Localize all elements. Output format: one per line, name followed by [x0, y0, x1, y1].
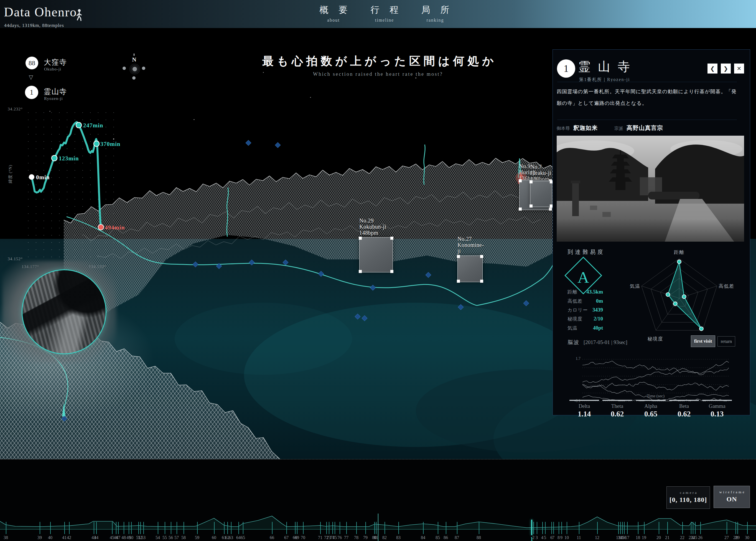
timeline-tick-72: [326, 522, 327, 534]
next-temple-button[interactable]: ❯: [721, 64, 731, 74]
timeline-tick-28: [735, 522, 736, 534]
timeline-tick-label-26: 26: [698, 535, 702, 540]
compass-north-label: N: [130, 56, 138, 63]
track-label-123min: 123min: [59, 155, 79, 162]
eeg-y-max: 1.7: [569, 356, 581, 361]
temple-panorama-photo[interactable]: [557, 136, 744, 242]
timeline-tick-label-59: 59: [195, 535, 199, 540]
timeline-tick-58: [183, 522, 184, 534]
track-point-370min: [94, 141, 99, 147]
temple-88-name: 大窪寺: [44, 57, 67, 67]
bottom-bar: camera [0, 110, 180] wireframe ON 383940…: [0, 459, 756, 541]
app-title: Data Ohenro: [4, 4, 77, 19]
track-point-494min: [98, 225, 104, 230]
photo-thumb-no27[interactable]: [457, 256, 483, 282]
timeline-tick-label-76: 76: [337, 535, 342, 540]
timeline-tick-75: [335, 522, 335, 534]
temple-1-badge: 1: [25, 86, 38, 99]
timeline-tick-73: [329, 522, 329, 534]
track-point-0min: [29, 174, 34, 180]
timeline-tick-label-69: 69: [295, 535, 299, 540]
timeline-tick-20: [659, 522, 659, 534]
timeline-tick-label-41: 41: [62, 535, 67, 540]
timeline-tick-21: [667, 522, 668, 534]
nav-timeline[interactable]: 行 程 timeline: [360, 4, 409, 23]
compass-widget[interactable]: N: [120, 52, 150, 81]
timeline-tick-86: [446, 522, 446, 534]
route-arrow-icon: ▽: [29, 74, 33, 81]
map-label-no7: No.7Jūraku-ji130bpm: [530, 164, 551, 182]
close-panel-button[interactable]: ✕: [734, 64, 744, 74]
minimap[interactable]: [5, 264, 114, 360]
stat-row-0: 距離43.5km: [568, 289, 603, 295]
timeline-tick-12: [597, 522, 598, 534]
timeline-tick-76: [340, 522, 340, 534]
timeline-tick-2: [533, 522, 534, 534]
timeline-tick-label-27: 27: [724, 535, 729, 540]
wireframe-toggle-button[interactable]: wireframe ON: [714, 486, 750, 508]
compass-west-dot: [123, 67, 126, 70]
photo-thumb-no7[interactable]: [530, 181, 552, 207]
prev-temple-button[interactable]: ❮: [707, 64, 717, 74]
timeline-tick-4: [542, 522, 543, 534]
nav-about[interactable]: 概 要 about: [309, 4, 359, 23]
timeline-tick-label-39: 39: [37, 535, 42, 540]
return-button[interactable]: return: [717, 336, 735, 346]
eeg-x-label: Time (sec): [583, 394, 729, 398]
timeline-tick-65: [243, 522, 243, 534]
eeg-session: [2017-05-01 | 93sec]: [584, 339, 628, 345]
timeline-tick-label-47: 47: [116, 535, 120, 540]
sect-value: 高野山真言宗: [627, 124, 663, 132]
timeline-scrubber[interactable]: 3839404142434445464748495051525354555657…: [0, 514, 756, 541]
minimap-satellite-circle: [22, 270, 107, 354]
camera-button[interactable]: camera [0, 110, 180]: [666, 486, 710, 509]
timeline-tick-6: [551, 522, 552, 534]
timeline-tick-25: [695, 522, 695, 534]
photo-thumb-no29[interactable]: [359, 237, 393, 272]
timeline-tick-78: [356, 522, 357, 534]
timeline-tick-85: [438, 522, 438, 534]
timeline-tick-label-86: 86: [443, 535, 448, 540]
timeline-tick-56: [171, 522, 171, 534]
timeline-tick-label-20: 20: [656, 535, 661, 540]
timeline-tick-label-55: 55: [162, 535, 167, 540]
timeline-tick-15: [622, 522, 623, 534]
timeline-tick-79: [366, 522, 366, 534]
timeline-tick-label-63: 63: [229, 535, 233, 540]
timeline-tick-26: [700, 522, 701, 534]
stat-row-2: カロリー3439: [568, 307, 603, 313]
timeline-tick-27: [727, 522, 727, 534]
timeline-tick-label-60: 60: [212, 535, 216, 540]
timeline-tick-63: [231, 522, 231, 534]
timeline-tick-label-85: 85: [435, 535, 440, 540]
stat-row-3: 秘境度2/10: [568, 316, 603, 322]
temple-name: 霊 山 寺: [578, 59, 632, 75]
compass-south-dot: [132, 76, 135, 80]
first-visit-button[interactable]: first visit: [691, 335, 715, 347]
timeline-tick-22: [682, 522, 683, 534]
eeg-band-delta: Delta1.14: [570, 400, 599, 418]
svg-text:高低差: 高低差: [719, 283, 734, 289]
timeline-tick-83: [398, 522, 399, 534]
timeline-tick-30: [747, 522, 748, 534]
walker-icon: [76, 9, 83, 21]
timeline-tick-label-66: 66: [270, 535, 274, 540]
app-root: Data Ohenro 44days, 1319km, 88temples 概 …: [0, 0, 756, 541]
eeg-band-theta: Theta0.62: [603, 400, 632, 418]
timeline-tick-label-48: 48: [122, 535, 126, 540]
stats-radar-chart: 距離高低差カロリー秘境度気温: [621, 246, 737, 351]
timeline-tick-label-12: 12: [595, 535, 599, 540]
eeg-band-alpha: Alpha0.65: [636, 400, 666, 418]
track-label-0min: 0min: [36, 174, 50, 181]
timeline-tick-62: [227, 522, 228, 534]
temple-detail-panel: 1 霊 山 寺 第1番札所｜Ryozen-ji ❮ ❯ ✕ 四国霊場の第一番札所…: [553, 49, 750, 415]
timeline-tick-55: [165, 522, 165, 534]
nav-ranking[interactable]: 局 所 ranking: [410, 4, 460, 23]
timeline-tick-52: [140, 522, 141, 534]
timeline-tick-label-88: 88: [477, 535, 481, 540]
map-label-no29: No.29Kokubun-ji148bpm: [359, 218, 386, 236]
timeline-tick-57: [176, 522, 177, 534]
track-point-247min: [76, 122, 82, 128]
timeline-tick-39: [40, 522, 40, 534]
timeline-tick-38: [6, 522, 6, 534]
